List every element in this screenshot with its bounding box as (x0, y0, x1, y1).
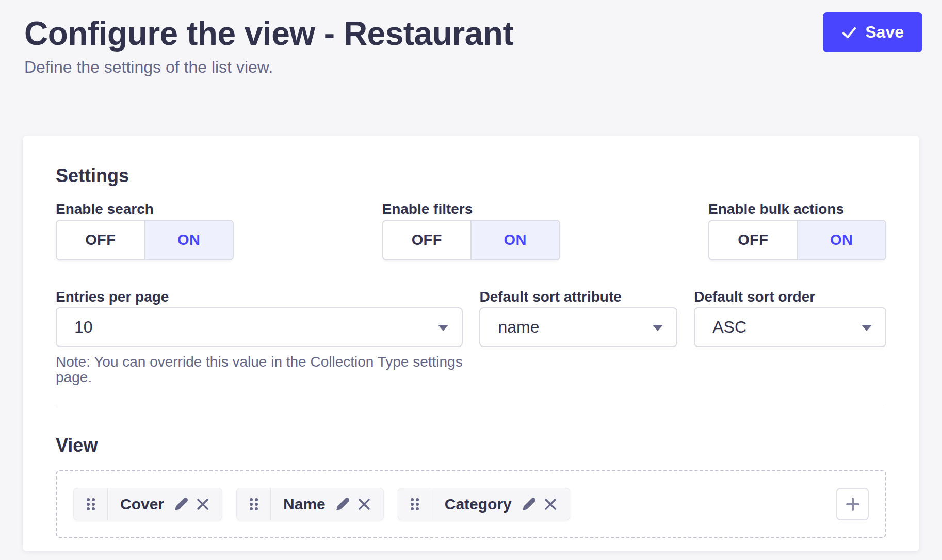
default-sort-attribute-group: Default sort attribute name (479, 288, 677, 385)
toggle-group-enable-search: Enable search OFF ON (56, 201, 234, 260)
selects-row: Entries per page 10 Note: You can overri… (56, 288, 886, 385)
toggle-group-enable-filters: Enable filters OFF ON (382, 201, 560, 260)
field-pill-category: Category (398, 488, 570, 520)
toggle-label: Enable bulk actions (708, 201, 886, 218)
enable-filters-toggle: OFF ON (382, 220, 560, 260)
save-button[interactable]: Save (823, 12, 922, 52)
enable-search-off-button[interactable]: OFF (57, 221, 144, 259)
enable-filters-off-button[interactable]: OFF (383, 221, 471, 259)
default-sort-attribute-select[interactable]: name (479, 307, 677, 347)
enable-bulk-actions-toggle: OFF ON (708, 220, 886, 260)
chevron-down-icon (438, 325, 448, 331)
default-sort-order-label: Default sort order (694, 288, 886, 306)
default-sort-order-value: ASC (712, 318, 746, 337)
pencil-icon[interactable] (518, 493, 540, 515)
chevron-down-icon (653, 325, 663, 331)
field-pill-label: Cover (108, 496, 170, 513)
close-icon[interactable] (353, 493, 375, 515)
check-icon (841, 25, 857, 40)
enable-bulk-actions-off-button[interactable]: OFF (709, 221, 797, 259)
default-sort-order-group: Default sort order ASC (694, 288, 886, 385)
drag-handle-icon[interactable] (237, 488, 271, 520)
close-icon[interactable] (540, 493, 561, 515)
toggle-group-enable-bulk-actions: Enable bulk actions OFF ON (708, 201, 886, 260)
page-subtitle: Define the settings of the list view. (24, 56, 513, 79)
save-button-label: Save (865, 23, 904, 42)
entries-per-page-value: 10 (74, 318, 93, 337)
enable-search-toggle: OFF ON (56, 220, 234, 260)
field-pill-cover: Cover (73, 488, 222, 520)
view-fields-drop-zone: Cover (56, 470, 886, 538)
add-field-button[interactable] (836, 488, 869, 520)
page-header: Configure the view - Restaurant Define t… (0, 0, 942, 79)
page-header-text: Configure the view - Restaurant Define t… (24, 15, 513, 79)
toggle-label: Enable filters (382, 201, 560, 218)
default-sort-attribute-label: Default sort attribute (479, 288, 677, 306)
enable-filters-on-button[interactable]: ON (470, 221, 559, 259)
default-sort-order-select[interactable]: ASC (694, 307, 886, 347)
chevron-down-icon (862, 325, 872, 331)
field-pill-label: Name (271, 496, 332, 513)
entries-per-page-group: Entries per page 10 Note: You can overri… (56, 288, 463, 385)
page-title: Configure the view - Restaurant (24, 15, 513, 52)
pencil-icon[interactable] (170, 493, 192, 515)
field-pill-name: Name (236, 488, 384, 520)
settings-card: Settings Enable search OFF ON Enable fil… (23, 136, 919, 551)
settings-heading: Settings (56, 164, 886, 187)
section-divider (56, 407, 886, 407)
plus-icon (845, 497, 860, 512)
default-sort-attribute-value: name (498, 318, 539, 337)
close-icon[interactable] (192, 493, 214, 515)
entries-per-page-select[interactable]: 10 (56, 307, 463, 347)
drag-handle-icon[interactable] (398, 488, 432, 520)
toggle-label: Enable search (56, 201, 234, 218)
enable-bulk-actions-on-button[interactable]: ON (797, 221, 886, 259)
toggles-row: Enable search OFF ON Enable filters OFF … (56, 201, 886, 260)
enable-search-on-button[interactable]: ON (144, 221, 233, 259)
view-heading: View (56, 434, 886, 457)
entries-per-page-note: Note: You can override this value in the… (56, 354, 463, 385)
field-pill-label: Category (432, 496, 518, 513)
entries-per-page-label: Entries per page (56, 288, 463, 306)
pencil-icon[interactable] (332, 493, 353, 515)
drag-handle-icon[interactable] (74, 488, 108, 520)
